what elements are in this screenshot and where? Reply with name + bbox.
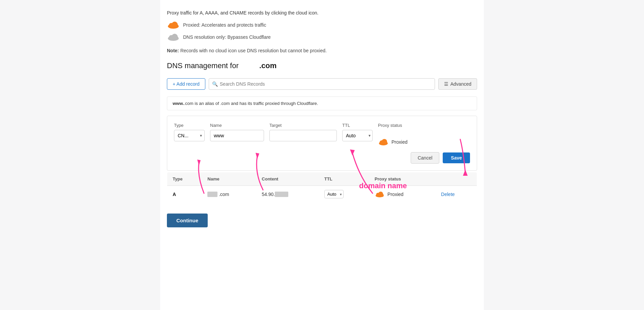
col-proxy-status: Proxy status: [369, 172, 436, 186]
record-type-badge: A: [173, 192, 176, 197]
table-body: A ███ .com 54.90.████ Auto: [167, 186, 477, 203]
ttl-label: TTL: [342, 123, 373, 128]
row-proxied-cloud-icon: [375, 191, 385, 197]
continue-button[interactable]: Continue: [167, 214, 208, 227]
ttl-select-wrapper: Auto 1 min 2 min 5 min: [342, 130, 373, 141]
proxied-label: Proxied: Accelerates and protects traffi…: [183, 22, 266, 28]
ttl-select[interactable]: Auto 1 min 2 min 5 min: [342, 130, 373, 141]
table-header: Type Name Content TTL Proxy status: [167, 172, 477, 186]
row-action: Delete: [436, 186, 477, 203]
target-field-group: Target: [269, 123, 337, 141]
proxied-cloud-icon: [378, 139, 389, 145]
col-actions: [436, 172, 477, 186]
dns-only-item: DNS resolution only: Bypasses Cloudflare: [167, 33, 477, 41]
proxy-status-cell: Proxied: [378, 130, 407, 145]
note-text: Note: Records with no cloud icon use DNS…: [167, 48, 477, 53]
cloud-gray-icon: [167, 33, 180, 41]
svg-point-19: [380, 194, 384, 197]
proxy-status-field-group: Proxy status Proxied: [378, 123, 407, 145]
name-suffix: .com: [219, 192, 229, 197]
cloud-orange-icon: [167, 21, 180, 29]
domain-name-display: .com: [259, 61, 276, 70]
list-icon: ☰: [444, 81, 448, 87]
advanced-button[interactable]: ☰ Advanced: [438, 78, 477, 90]
dns-management-title: DNS management for .com: [167, 61, 477, 70]
row-proxy-text: Proxied: [387, 192, 403, 197]
name-field-group: Name: [210, 123, 264, 141]
svg-point-7: [174, 36, 178, 40]
type-field-group: Type CN... A AAAA CNAME MX TXT: [174, 123, 205, 141]
proxied-item: Proxied: Accelerates and protects traffi…: [167, 21, 477, 29]
row-content: 54.90.████: [256, 186, 319, 203]
proxy-status-label: Proxy status: [378, 123, 407, 128]
ttl-field-group: TTL Auto 1 min 2 min 5 min: [342, 123, 373, 141]
col-content: Content: [256, 172, 319, 186]
toolbar: + Add record 🔍 ☰ Advanced: [167, 78, 477, 90]
ttl-row-select[interactable]: Auto: [324, 190, 344, 198]
proxied-status-text: Proxied: [391, 139, 407, 145]
col-ttl: TTL: [319, 172, 369, 186]
save-button[interactable]: Save: [443, 152, 470, 163]
delete-button[interactable]: Delete: [441, 192, 455, 197]
row-proxy-status: Proxied: [369, 186, 436, 203]
svg-point-11: [384, 141, 387, 145]
type-select-wrapper: CN... A AAAA CNAME MX TXT: [174, 130, 205, 141]
type-select[interactable]: CN... A AAAA CNAME MX TXT: [174, 130, 205, 141]
content-blurred: ████: [275, 192, 288, 197]
type-label: Type: [174, 123, 205, 128]
form-section-wrapper: Type CN... A AAAA CNAME MX TXT: [167, 116, 477, 171]
name-input[interactable]: [210, 130, 264, 141]
dns-only-label: DNS resolution only: Bypasses Cloudflare: [183, 34, 271, 40]
alias-www: www.: [173, 101, 184, 106]
search-icon: 🔍: [212, 81, 218, 87]
target-input[interactable]: [269, 130, 337, 141]
row-ttl: Auto: [319, 186, 369, 203]
target-label: Target: [269, 123, 337, 128]
note-body: Records with no cloud icon use DNS resol…: [179, 48, 327, 53]
svg-point-3: [174, 24, 178, 28]
records-table: Type Name Content TTL Proxy status A ███…: [167, 172, 477, 203]
advanced-label: Advanced: [450, 81, 471, 87]
search-wrapper: 🔍: [209, 78, 435, 90]
continue-section: Continue: [167, 214, 477, 227]
ttl-dropdown-wrapper: Auto: [324, 190, 344, 198]
alias-banner: www..com is an alias of .com and has its…: [167, 96, 477, 110]
col-type: Type: [167, 172, 202, 186]
row-name: ███ .com: [202, 186, 256, 203]
form-fields: Type CN... A AAAA CNAME MX TXT: [174, 123, 470, 145]
name-blurred: ███: [207, 192, 217, 197]
row-type: A: [167, 186, 202, 203]
record-form: Type CN... A AAAA CNAME MX TXT: [167, 116, 477, 171]
search-input[interactable]: [209, 78, 435, 90]
proxy-description: Proxy traffic for A, AAAA, and CNAME rec…: [167, 10, 477, 16]
form-actions: Cancel Save: [174, 152, 470, 164]
cancel-button[interactable]: Cancel: [411, 152, 440, 164]
table-row: A ███ .com 54.90.████ Auto: [167, 186, 477, 203]
add-record-button[interactable]: + Add record: [167, 78, 205, 90]
col-name: Name: [202, 172, 256, 186]
alias-middle: .com is an alias of: [184, 101, 220, 106]
note-prefix: Note:: [167, 48, 179, 53]
alias-end: .com and has its traffic proxied through…: [220, 101, 318, 106]
name-label: Name: [210, 123, 264, 128]
